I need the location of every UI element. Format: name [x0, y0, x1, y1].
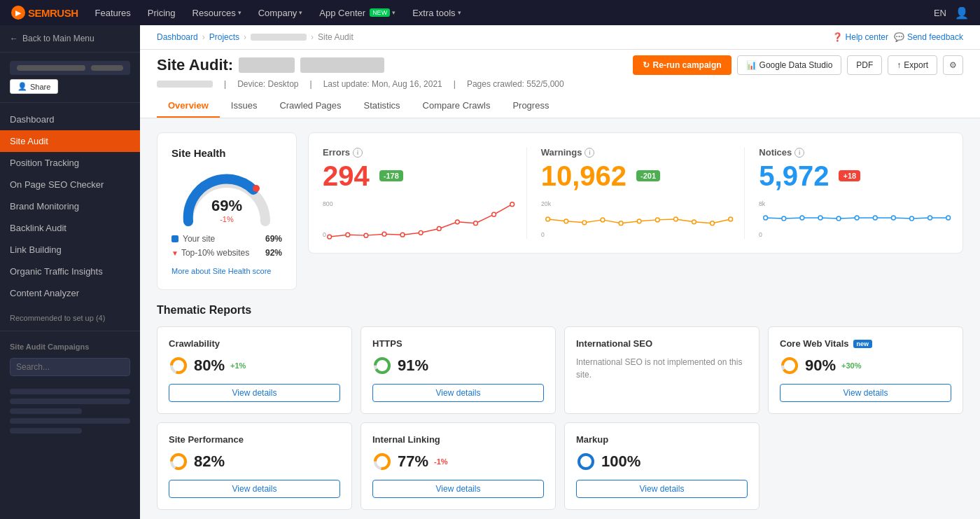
errors-value: 294: [323, 160, 370, 191]
svg-point-1: [328, 235, 332, 239]
https-view-details[interactable]: View details: [372, 384, 544, 402]
svg-point-37: [946, 216, 951, 220]
site-performance-view-details[interactable]: View details: [169, 480, 340, 498]
svg-point-30: [818, 216, 822, 220]
sidebar-item-on-page-seo[interactable]: On Page SEO Checker: [0, 174, 140, 195]
sidebar-item-dashboard[interactable]: Dashboard: [0, 109, 140, 130]
warnings-info-icon[interactable]: i: [584, 148, 594, 158]
svg-point-4: [382, 232, 386, 236]
pdf-button[interactable]: PDF: [847, 55, 882, 75]
tab-progress[interactable]: Progress: [501, 95, 560, 118]
sidebar-item-content-analyzer[interactable]: Content Analyzer: [0, 282, 140, 304]
internal-linking-donut: [372, 452, 392, 471]
markup-donut: [576, 452, 596, 471]
svg-point-19: [637, 219, 641, 223]
svg-point-33: [874, 216, 878, 220]
thematic-title: Thematic Reports: [157, 304, 963, 317]
campaigns-search: [0, 354, 140, 380]
site-health-link[interactable]: More about Site Health score: [172, 267, 282, 275]
nav-appcenter[interactable]: App Center NEW ▾: [319, 8, 396, 18]
nav-features[interactable]: Features: [95, 8, 131, 18]
notices-chart: 8k 0: [759, 197, 948, 239]
search-input[interactable]: [10, 358, 130, 376]
svg-point-18: [619, 221, 623, 226]
page-title: Site Audit:: [157, 56, 384, 74]
title-actions: ↻ Re-run campaign 📊 Google Data Studio P…: [633, 55, 963, 75]
sidebar-item-position-tracking[interactable]: Position Tracking: [0, 152, 140, 174]
svg-point-0: [253, 185, 260, 192]
sidebar-item-link-building[interactable]: Link Building: [0, 239, 140, 261]
svg-point-17: [601, 218, 605, 222]
help-center-link[interactable]: ❓ Help center: [832, 32, 888, 42]
internal-linking-view-details[interactable]: View details: [372, 480, 544, 498]
warnings-value: 10,962: [541, 160, 626, 191]
errors-info-icon[interactable]: i: [353, 148, 363, 158]
send-feedback-link[interactable]: 💬 Send feedback: [894, 32, 963, 42]
nav-company[interactable]: Company ▾: [258, 8, 303, 18]
tab-issues[interactable]: Issues: [220, 95, 269, 118]
notices-info-icon[interactable]: i: [794, 148, 804, 158]
svg-point-22: [692, 220, 696, 224]
svg-point-9: [474, 221, 478, 226]
metrics-card: Errors i 294 -178: [308, 132, 963, 254]
settings-icon-button[interactable]: ⚙: [943, 55, 963, 75]
svg-point-23: [710, 221, 714, 226]
nav-pricing[interactable]: Pricing: [148, 8, 176, 18]
svg-text:0: 0: [759, 231, 762, 238]
breadcrumb-projects[interactable]: Projects: [209, 32, 239, 42]
svg-text:20k: 20k: [541, 200, 552, 207]
google-data-studio-button[interactable]: 📊 Google Data Studio: [737, 55, 842, 75]
main-content: Dashboard › Projects › › Site Audit ❓ He…: [140, 25, 980, 519]
tab-statistics[interactable]: Statistics: [353, 95, 412, 118]
share-button[interactable]: 👤 Share: [10, 79, 58, 94]
thematic-international-seo: International SEO International SEO is n…: [564, 326, 760, 414]
new-badge: new: [853, 340, 873, 348]
main-layout: ← Back to Main Menu 👤 Share Dashboard Si…: [0, 25, 980, 519]
svg-point-8: [455, 220, 459, 224]
sidebar-nav: Dashboard Site Audit Position Tracking O…: [0, 103, 140, 310]
sidebar-item-site-audit[interactable]: Site Audit: [0, 130, 140, 152]
header-actions: ❓ Help center 💬 Send feedback: [832, 32, 963, 42]
svg-text:8k: 8k: [759, 200, 766, 207]
svg-text:0: 0: [323, 231, 326, 238]
user-menu[interactable]: 👤: [955, 6, 969, 20]
cwv-view-details[interactable]: View details: [780, 384, 951, 402]
svg-point-32: [855, 216, 860, 220]
crawlability-donut: [169, 356, 188, 375]
recommended-section: Recommended to set up (4): [0, 310, 140, 326]
errors-block: Errors i 294 -178: [309, 147, 527, 239]
crawlability-view-details[interactable]: View details: [169, 384, 340, 402]
thematic-grid: Crawlability 80% +1% View details: [157, 326, 963, 510]
sidebar-item-organic-traffic[interactable]: Organic Traffic Insights: [0, 261, 140, 282]
breadcrumb-dashboard[interactable]: Dashboard: [157, 32, 198, 42]
export-button[interactable]: ↑ Export: [888, 55, 937, 75]
thematic-reports-section: Thematic Reports Crawlability 80%: [157, 304, 963, 510]
warnings-badge: -201: [636, 170, 660, 181]
thematic-core-web-vitals: Core Web Vitals new 90% +30%: [768, 326, 963, 414]
logo[interactable]: ▶ SEMRUSH: [11, 6, 78, 20]
rerun-campaign-button[interactable]: ↻ Re-run campaign: [633, 55, 732, 75]
tab-crawled-pages[interactable]: Crawled Pages: [268, 95, 352, 118]
markup-view-details[interactable]: View details: [576, 480, 748, 498]
svg-point-43: [375, 359, 389, 373]
notices-block: Notices i 5,972 +18: [745, 147, 962, 239]
notices-value: 5,972: [759, 160, 829, 191]
site-health-card: Site Health 69% -1%: [157, 132, 297, 290]
language-selector[interactable]: EN: [934, 8, 946, 18]
nav-resources[interactable]: Resources ▾: [192, 8, 241, 18]
svg-point-2: [346, 233, 350, 237]
tabs: Overview Issues Crawled Pages Statistics…: [157, 95, 963, 118]
sidebar-item-backlink-audit[interactable]: Backlink Audit: [0, 217, 140, 239]
svg-point-24: [728, 217, 732, 221]
back-to-main-menu[interactable]: ← Back to Main Menu: [0, 25, 140, 53]
svg-point-11: [510, 202, 514, 207]
warnings-chart: 20k 0: [541, 197, 731, 239]
thematic-internal-linking: Internal Linking 77% -1% View detail: [360, 422, 556, 510]
svg-point-35: [910, 216, 914, 221]
campaign-list-placeholder: [0, 380, 140, 442]
cwv-donut: [780, 356, 799, 375]
tab-overview[interactable]: Overview: [157, 95, 220, 118]
tab-compare-crawls[interactable]: Compare Crawls: [412, 95, 502, 118]
sidebar-item-brand-monitoring[interactable]: Brand Monitoring: [0, 195, 140, 217]
nav-extratools[interactable]: Extra tools ▾: [412, 8, 461, 18]
